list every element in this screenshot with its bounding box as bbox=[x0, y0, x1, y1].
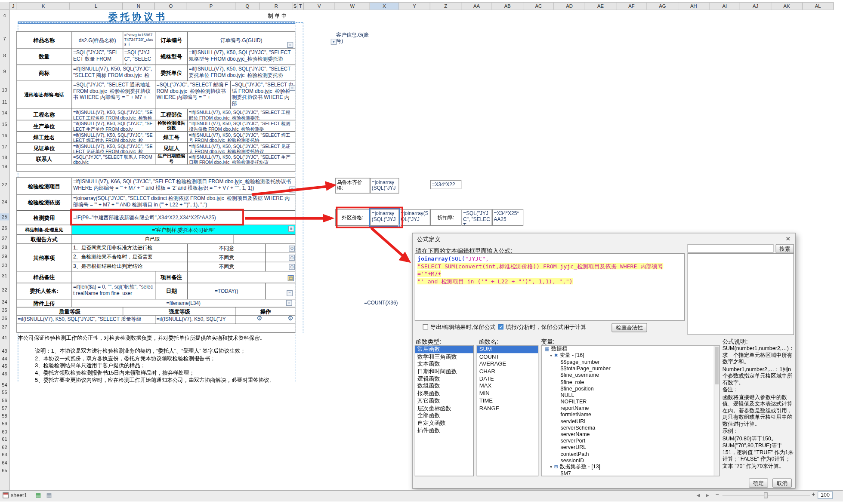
function-type-item[interactable]: 报表函数 bbox=[415, 390, 473, 397]
row-header[interactable]: 62 bbox=[0, 444, 9, 451]
variable-tree-item[interactable]: formletName bbox=[542, 411, 719, 418]
zoom-value[interactable]: 100 bbox=[818, 492, 833, 499]
col-header-K[interactable]: K bbox=[17, 3, 70, 9]
cell-test-items-label[interactable]: 检验检测项目 bbox=[17, 178, 72, 195]
cell-sample-remark-label[interactable]: 样品备注 bbox=[17, 271, 72, 283]
cell-report-copies-label[interactable]: 检验检测报告份数 bbox=[155, 120, 188, 132]
col-header-L[interactable]: L bbox=[70, 3, 123, 9]
cell-other-a3[interactable]: 不同意 bbox=[188, 262, 266, 271]
row-header[interactable]: 35 bbox=[0, 307, 9, 314]
row-header[interactable]: 56 bbox=[0, 397, 9, 404]
cell-sample-remark-value[interactable] bbox=[72, 271, 156, 283]
cell-prod-date-label[interactable]: 生产日期或编号 bbox=[155, 154, 188, 165]
function-type-item[interactable]: 自定义函数 bbox=[415, 419, 473, 427]
variable-tree-item[interactable]: $$page_number bbox=[542, 359, 719, 365]
row-header[interactable]: 44 bbox=[0, 355, 9, 362]
row-header[interactable]: 45 bbox=[0, 363, 9, 370]
cell-operation-widgets[interactable] bbox=[236, 316, 296, 324]
variable-tree-item[interactable]: sessionID bbox=[542, 457, 719, 464]
function-name-item[interactable]: COUNT bbox=[477, 353, 538, 360]
function-type-item[interactable]: 插件函数 bbox=[415, 427, 473, 434]
checkbox-label[interactable]: 填报/分析时，保留公式用于计算 bbox=[506, 324, 586, 332]
cell-quality-grade-formula[interactable]: =if(ISNULL(V7), K50, SQL("JYJC", "SELECT… bbox=[17, 316, 156, 324]
scroll-right-icon[interactable]: ▶ bbox=[706, 492, 709, 499]
function-type-item[interactable]: 其它函数 bbox=[415, 397, 473, 405]
function-type-item[interactable]: 全部函数 bbox=[415, 412, 473, 419]
cell-address-formula[interactable]: =SQL("JYJC", "SELECT 通讯地址 FROM dbo.jyjc_… bbox=[72, 81, 156, 109]
cell-welder-name-formula[interactable]: =if(ISNULL(V7), K50, SQL("JYJC", "SELECT… bbox=[72, 132, 156, 143]
function-type-item[interactable]: 数组函数 bbox=[415, 382, 473, 390]
variable-tree-item[interactable]: serverPort bbox=[542, 437, 719, 444]
keep-formula-analysis-checkbox[interactable] bbox=[498, 324, 504, 330]
cell-test-basis-formula[interactable]: =joinarray(SQL("JYJC", "SELECT distinct … bbox=[72, 195, 296, 211]
cell-signature-label[interactable]: 委托人签名: bbox=[17, 283, 72, 300]
cell-urumqi-price-label[interactable]: 乌鲁木齐价格: bbox=[335, 178, 370, 194]
col-header-Q[interactable]: Q bbox=[236, 3, 260, 9]
gear-icon[interactable]: ⚙ bbox=[288, 315, 293, 322]
row-header[interactable]: 4 bbox=[0, 12, 9, 19]
function-type-item[interactable]: 逻辑函数 bbox=[415, 375, 473, 382]
row-header[interactable]: 11 bbox=[0, 99, 9, 106]
sheet-tab[interactable]: sheet1 bbox=[11, 492, 27, 498]
search-button[interactable]: 搜索 bbox=[776, 244, 794, 253]
grid-view-icon[interactable]: ▦ bbox=[36, 492, 41, 498]
row-header[interactable]: 9 bbox=[0, 68, 9, 75]
row-header[interactable]: 46 bbox=[0, 370, 9, 377]
col-header-Z[interactable]: Z bbox=[430, 3, 462, 9]
cell-quality-grade-header[interactable]: 质量等级 bbox=[17, 307, 124, 316]
col-header-AI[interactable]: AI bbox=[710, 3, 740, 9]
cell-order-no-label[interactable]: 订单编号 bbox=[155, 32, 188, 49]
col-header-AL[interactable]: AL bbox=[803, 3, 834, 9]
edit-view-icon[interactable]: ▦ bbox=[46, 492, 52, 498]
cell-project-remark-value[interactable] bbox=[188, 271, 295, 283]
note-line[interactable]: 4、委托方领取检验检测报告书15日内未领取样品时，按弃样处理； bbox=[18, 369, 275, 376]
cell-svg-formula[interactable]: ="<svg t=15967747247'20'_class=i bbox=[123, 32, 155, 49]
note-line[interactable]: 3、检验检测结果单只适用于客户提供的样品； bbox=[18, 362, 275, 369]
col-header-T[interactable]: T bbox=[297, 3, 304, 9]
cell-project-name-formula[interactable]: =if(ISNULL(V7), K50, SQL("JYJC", "SELECT… bbox=[72, 109, 156, 120]
cell-discount-label[interactable]: 折扣率: bbox=[430, 209, 462, 226]
selected-cell-outline[interactable] bbox=[369, 208, 401, 227]
formula-search-input[interactable] bbox=[688, 244, 774, 253]
function-name-item[interactable]: AVERAGE bbox=[477, 360, 538, 368]
tree-scrollbar[interactable] bbox=[714, 346, 719, 476]
cell-brand-formula[interactable]: =if(ISNULL(V7), K50, SQL("JYJC", "SELECT… bbox=[72, 65, 156, 81]
cell-outer-price-label[interactable]: 外区价格: bbox=[335, 209, 370, 226]
note-line[interactable]: 2、本协议一式贰份，双方各执壹份，委托方凭本协议领取检验检测报告书； bbox=[18, 354, 275, 362]
row-header[interactable]: 18 bbox=[0, 154, 9, 161]
cell-test-fee-label[interactable]: 检测费用 bbox=[17, 211, 72, 225]
cell-date-label[interactable]: 日期 bbox=[155, 283, 188, 300]
note-line[interactable]: 说明：1、本协议是双方进行检验检测业务的契约，“委托人”、“受理人” 签字后协议… bbox=[18, 347, 275, 355]
formula-editor[interactable]: joinarray(SQL("JYJC", "SELECT SUM(conver… bbox=[415, 253, 685, 321]
fill-handle[interactable] bbox=[398, 225, 401, 227]
function-name-item[interactable]: MIN bbox=[477, 390, 538, 397]
row-header[interactable]: 36 bbox=[0, 315, 9, 322]
col-header-AF[interactable]: AF bbox=[617, 3, 647, 9]
row-header[interactable]: 10 bbox=[0, 86, 9, 93]
cell-count-formula[interactable]: =COUNT(X36) bbox=[363, 299, 399, 307]
cell-test-items-formula[interactable]: =if(ISNULL(V7), K66, SQL("JYJC", "SELECT… bbox=[72, 178, 296, 195]
col-header-W[interactable]: W bbox=[335, 3, 370, 9]
variable-tree-item[interactable]: ▦ 数据档 bbox=[542, 346, 719, 352]
note-line[interactable]: 5、委托方要变更协议内容时，应在检测工作开始前通知本公司，由双方协商解决，必要时… bbox=[18, 376, 275, 384]
col-header-AD[interactable]: AD bbox=[554, 3, 586, 9]
form-title[interactable]: 委托协议书 bbox=[16, 11, 260, 23]
col-header-V[interactable]: V bbox=[304, 3, 335, 9]
col-header-Y[interactable]: Y bbox=[399, 3, 431, 9]
cell-other-a2[interactable]: 不同意 bbox=[188, 253, 266, 262]
function-name-item[interactable]: RANGE bbox=[477, 405, 538, 412]
col-header-N[interactable]: N bbox=[123, 3, 155, 9]
cell-witness-label[interactable]: 见证人 bbox=[155, 143, 188, 154]
row-header[interactable]: 43 bbox=[0, 348, 9, 355]
select-all-corner[interactable] bbox=[0, 2, 10, 10]
row-header[interactable]: 24 bbox=[0, 198, 9, 205]
col-header-AH[interactable]: AH bbox=[678, 3, 710, 9]
row-header[interactable]: 19 bbox=[0, 163, 9, 170]
cell-project-remark-label[interactable]: 项目备注 bbox=[155, 271, 188, 283]
cell-attachment-label[interactable]: 附件上传 bbox=[17, 299, 72, 307]
ok-button[interactable]: 确定 bbox=[749, 479, 768, 488]
scroll-left-icon[interactable]: ◀ bbox=[697, 492, 700, 499]
cell-witness-unit-label[interactable]: 见证单位 bbox=[17, 143, 72, 154]
col-header-O[interactable]: O bbox=[155, 3, 187, 9]
validate-button[interactable]: 检查合法性 bbox=[611, 323, 647, 332]
